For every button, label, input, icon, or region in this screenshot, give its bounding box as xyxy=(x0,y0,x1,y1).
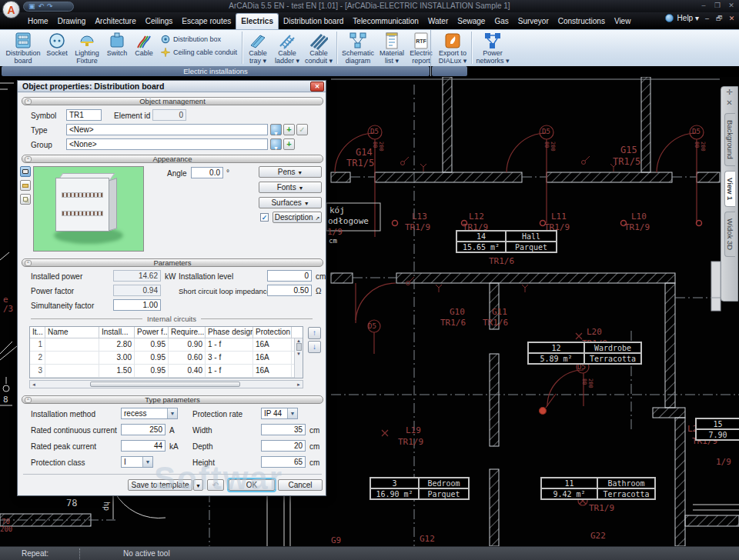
view-tab-widok-3d[interactable]: Widok 3D xyxy=(724,212,735,257)
ribbon-button-socket[interactable]: Socket xyxy=(43,31,71,66)
ribbon-tab-constructions[interactable]: Constructions xyxy=(553,14,610,29)
group-add-button[interactable]: + xyxy=(283,138,295,150)
ribbon-tab-drawing[interactable]: Drawing xyxy=(53,14,91,29)
ribbon-tab-view[interactable]: View xyxy=(610,14,636,29)
symbol-input[interactable] xyxy=(66,109,102,121)
ribbon-button-cable-ladder[interactable]: Cable ladder ▾ xyxy=(272,31,303,66)
arcadia-logo-icon[interactable]: A xyxy=(2,1,20,18)
protection-class-combo[interactable]: I▼ xyxy=(121,456,153,468)
circuit-row[interactable]: 12.800.950.901 - f16A xyxy=(30,338,303,352)
circuit-row[interactable]: 23.000.950.603 - f16A xyxy=(30,352,303,365)
ribbon-tab-sewage[interactable]: Sewage xyxy=(453,14,490,29)
pens-button[interactable]: Pens ▼ xyxy=(259,166,322,178)
ribbon-button-distribution-box[interactable]: Distribution box xyxy=(160,33,237,45)
row-move-down-button[interactable]: ↓ xyxy=(308,341,321,353)
fonts-button[interactable]: Fonts ▼ xyxy=(259,182,322,193)
save-icon[interactable]: ▣ xyxy=(28,3,35,10)
ok-button[interactable]: OK xyxy=(229,479,275,491)
table-vertical-scrollbar[interactable]: ▲▼ xyxy=(294,338,303,378)
ribbon-button-lighting-fixture[interactable]: Lighting Fixture xyxy=(71,31,103,66)
angle-input[interactable] xyxy=(191,167,223,178)
ribbon-button-distribution-board[interactable]: Distribution board xyxy=(3,31,43,66)
type-combo[interactable]: <New> xyxy=(66,124,268,135)
ribbon-button-material-list[interactable]: Material list ▾ xyxy=(377,31,406,66)
restore-icon[interactable]: ❐ xyxy=(713,2,722,10)
ribbon-button-cable[interactable]: Cable xyxy=(131,31,157,66)
circuits-header-row[interactable]: It...NameInstall...Power f...Require...P… xyxy=(30,327,303,338)
installation-method-combo[interactable]: recess▼ xyxy=(121,408,178,419)
section-appearance[interactable]: ^ Appearance xyxy=(22,155,323,163)
collapse-icon[interactable]: ^ xyxy=(25,98,32,105)
save-to-template-button[interactable]: Save to template xyxy=(128,479,192,491)
width-input[interactable] xyxy=(261,424,306,435)
protection-rate-combo[interactable]: IP 44▼ xyxy=(261,408,298,419)
table-horizontal-scrollbar[interactable]: ◄ ► xyxy=(29,380,303,388)
type-confirm-button[interactable]: ✓ xyxy=(296,124,308,135)
ribbon-button-cable-tray[interactable]: Cable tray ▾ xyxy=(244,31,272,66)
group-picker-button[interactable]: ▼ xyxy=(270,138,282,150)
ribbon-tab-surveyor[interactable]: Surveyor xyxy=(513,14,553,29)
description-button[interactable]: Description ↗ xyxy=(273,212,322,223)
ribbon-button-switch[interactable]: Switch xyxy=(103,31,131,66)
depth-input[interactable] xyxy=(261,440,306,452)
ribbon-tab-gas[interactable]: Gas xyxy=(490,14,513,29)
close-icon[interactable]: ✕ xyxy=(727,2,736,10)
help-globe-icon[interactable] xyxy=(665,14,674,22)
ribbon-tab-architecture[interactable]: Architecture xyxy=(90,14,140,29)
section-object-management[interactable]: ^ Object management xyxy=(22,97,323,105)
ribbon-tab-home[interactable]: Home xyxy=(23,14,53,29)
ribbon-button-ceiling-cable-conduit[interactable]: Ceiling cable conduit xyxy=(160,46,237,58)
dialog-close-icon[interactable]: ✕ xyxy=(310,82,324,92)
undo-icon[interactable]: ↶ xyxy=(38,3,45,10)
preview-open-button[interactable] xyxy=(20,180,31,191)
description-checkbox[interactable]: ✓ xyxy=(260,213,269,222)
ribbon-tab-electrics[interactable]: Electrics xyxy=(236,13,279,29)
help-menu[interactable]: Help ▾ xyxy=(677,14,699,22)
ribbon-button-power-networks[interactable]: Power networks ▾ xyxy=(473,31,512,66)
ribbon-button-cable-conduit[interactable]: Cable conduit ▾ xyxy=(303,31,335,66)
dock-move-icon[interactable]: ✛ xyxy=(726,87,732,98)
dialog-title[interactable]: Object properties: Distribution board xyxy=(18,81,326,92)
ribbon-button-schematic-diagram[interactable]: Schematic diagram xyxy=(339,31,377,66)
repeat-label[interactable]: Repeat: xyxy=(22,549,48,558)
surfaces-button[interactable]: Surfaces ▼ xyxy=(259,197,322,208)
installation-level-input[interactable] xyxy=(267,270,312,282)
type-add-button[interactable]: + xyxy=(283,124,295,135)
row-move-up-button[interactable]: ↑ xyxy=(308,327,321,339)
impedance-input[interactable] xyxy=(267,285,312,296)
collapse-icon[interactable]: ^ xyxy=(25,156,32,162)
dock-close-icon[interactable]: ✕ xyxy=(726,98,732,108)
redo-icon[interactable]: ↷ xyxy=(47,3,53,10)
preview-camera-button[interactable] xyxy=(20,166,31,177)
undo-changes-button[interactable]: ↶ xyxy=(207,479,224,491)
collapse-icon[interactable]: ^ xyxy=(25,260,32,266)
ribbon-button-electric-report[interactable]: RTFElectric report xyxy=(406,31,436,66)
minimize-icon[interactable]: – xyxy=(699,2,708,10)
section-type-parameters[interactable]: ^ Type parameters xyxy=(22,395,323,404)
ribbon-tab-water[interactable]: Water xyxy=(423,14,453,29)
rated-peak-input[interactable] xyxy=(121,440,166,452)
circuit-row[interactable]: 31.500.950.401 - f16A xyxy=(30,365,303,378)
view-tab-background[interactable]: Background xyxy=(724,113,735,166)
ribbon-tab-escape-routes[interactable]: Escape routes xyxy=(177,14,236,29)
ribbon-tab-ceilings[interactable]: Ceilings xyxy=(141,14,178,29)
group-combo[interactable]: <None> xyxy=(66,138,268,150)
type-picker-button[interactable]: ▼ xyxy=(270,124,282,135)
view-tab-view-1[interactable]: View 1 xyxy=(724,171,735,207)
lighting-fixture-icon xyxy=(78,32,96,50)
save-template-dropdown-icon[interactable]: ▼ xyxy=(193,479,203,491)
preview-copy-button[interactable] xyxy=(20,194,31,205)
section-parameters[interactable]: ^ Parameters xyxy=(22,258,323,267)
ribbon-tab-distribution-board[interactable]: Distribution board xyxy=(279,14,348,29)
doc-minimize-icon[interactable]: – xyxy=(703,15,711,22)
rated-continuous-input[interactable] xyxy=(121,424,166,435)
internal-circuits-table[interactable]: It...NameInstall...Power f...Require...P… xyxy=(29,326,303,378)
ribbon-button-export-to-dialux[interactable]: Export to DIALux ▾ xyxy=(436,31,470,66)
doc-close-icon[interactable]: ✕ xyxy=(727,15,736,22)
doc-restore-icon[interactable]: 🗗 xyxy=(715,15,724,22)
height-input[interactable] xyxy=(261,456,306,468)
cancel-button[interactable]: Cancel xyxy=(278,479,323,491)
ribbon-tab-telecommunication[interactable]: Telecommunication xyxy=(348,14,423,29)
simultaneity-input[interactable] xyxy=(113,299,161,311)
collapse-icon[interactable]: ^ xyxy=(25,397,32,403)
